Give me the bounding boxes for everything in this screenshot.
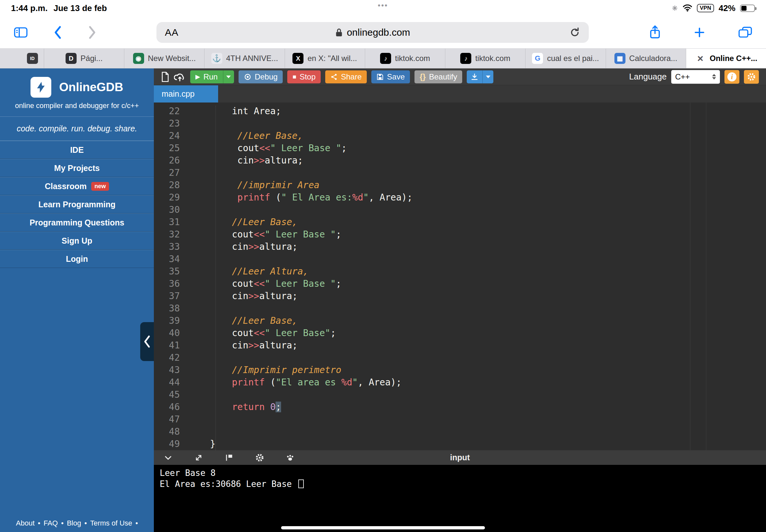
browser-tab[interactable]: ♪tiktok.com (365, 49, 445, 68)
sidebar-item-label: Classroom (45, 182, 87, 191)
share-export-icon[interactable] (649, 25, 661, 40)
code-line-30[interactable]: 30 (154, 204, 766, 216)
code-line-29[interactable]: 29 printf (" El Area es:%d", Area); (154, 191, 766, 204)
sidebar-item-ide[interactable]: IDE (0, 141, 154, 159)
footer-link-about[interactable]: About (16, 519, 35, 527)
url-text: onlinegdb.com (346, 27, 410, 38)
browser-tab[interactable]: Gcual es el pai... (526, 49, 606, 68)
footer-link-terms-of-use[interactable]: Terms of Use (90, 519, 132, 527)
footer-link-blog[interactable]: Blog (67, 519, 81, 527)
console-toolbar: input (154, 450, 766, 465)
close-icon[interactable]: × (695, 53, 706, 64)
paw-icon[interactable] (286, 453, 295, 462)
code-text (180, 204, 210, 216)
browser-tab[interactable]: ID (21, 49, 44, 68)
sidebar-item-classroom[interactable]: Classroomnew (0, 177, 154, 195)
browser-tab[interactable]: DPági... (44, 49, 124, 68)
run-options-caret[interactable] (223, 70, 234, 83)
console-cursor[interactable] (298, 479, 304, 488)
line-number: 48 (154, 426, 180, 438)
code-text: //Leer Altura, (180, 265, 308, 278)
dock-layout-icon[interactable] (225, 453, 234, 462)
code-line-45[interactable]: 45 (154, 389, 766, 401)
code-text: int Area; (180, 105, 281, 117)
download-button[interactable] (467, 70, 482, 83)
download-options-caret[interactable] (482, 70, 493, 83)
forward-icon[interactable] (88, 25, 97, 40)
code-line-39[interactable]: 39 //Leer Base, (154, 315, 766, 327)
code-line-24[interactable]: 24 //Leer Base, (154, 130, 766, 142)
run-button[interactable]: ▶ Run (190, 70, 223, 83)
browser-tab[interactable]: ♪tiktok.com (445, 49, 526, 68)
stop-button[interactable]: ■ Stop (287, 70, 321, 83)
share-button[interactable]: Share (325, 70, 367, 83)
language-label: Language (629, 72, 667, 82)
reload-icon[interactable] (569, 27, 580, 38)
code-line-40[interactable]: 40 cout<<" Leer Base"; (154, 327, 766, 339)
code-line-35[interactable]: 35 //Leer Altura, (154, 265, 766, 278)
expand-console-icon[interactable] (194, 453, 203, 462)
code-line-27[interactable]: 27 (154, 167, 766, 179)
code-line-42[interactable]: 42 (154, 352, 766, 364)
code-line-25[interactable]: 25 cout<<" Leer Base "; (154, 142, 766, 154)
code-line-44[interactable]: 44 printf ("El area es %d", Area); (154, 376, 766, 389)
sidebar-collapse-handle[interactable] (140, 322, 154, 361)
code-line-26[interactable]: 26 cin>>altura; (154, 154, 766, 167)
sidebar-item-programming-questions[interactable]: Programming Questions (0, 213, 154, 232)
browser-tab[interactable]: ▦Calculadora... (606, 49, 686, 68)
address-bar[interactable]: AA onlinegdb.com (156, 22, 589, 43)
browser-tab-active[interactable]: ×Online C++... (686, 49, 766, 68)
upload-icon[interactable] (174, 72, 186, 82)
browser-tab[interactable]: ⚓4TH ANNIVE... (204, 49, 285, 68)
code-line-41[interactable]: 41 cin>>altura; (154, 339, 766, 352)
code-line-22[interactable]: 22 int Area; (154, 105, 766, 117)
language-select[interactable]: C++ (671, 70, 720, 84)
line-number: 44 (154, 376, 180, 389)
code-line-49[interactable]: 49} (154, 438, 766, 450)
save-button[interactable]: Save (371, 70, 410, 83)
code-editor[interactable]: 22 int Area;2324 //Leer Base,25 cout<<" … (154, 103, 766, 450)
code-line-36[interactable]: 36 cout<<" Leer Base "; (154, 278, 766, 290)
home-indicator[interactable] (281, 526, 485, 529)
code-line-48[interactable]: 48 (154, 426, 766, 438)
code-text: cin>>altura; (180, 241, 298, 253)
tabs-overview-icon[interactable] (738, 26, 752, 39)
line-number: 27 (154, 167, 180, 179)
code-line-31[interactable]: 31 //Leer Base, (154, 216, 766, 228)
file-tab-main-cpp[interactable]: main.cpp (154, 85, 218, 103)
reader-button[interactable]: AA (165, 27, 178, 38)
stop-icon: ■ (292, 73, 296, 80)
code-line-37[interactable]: 37 cin>>altura; (154, 290, 766, 302)
sidebar-item-login[interactable]: Login (0, 250, 154, 268)
code-text (180, 389, 210, 401)
info-button[interactable]: i (724, 70, 739, 84)
sidebar-item-my-projects[interactable]: My Projects (0, 159, 154, 177)
debug-button[interactable]: Debug (238, 70, 283, 83)
back-icon[interactable] (53, 25, 62, 40)
code-line-28[interactable]: 28 //imprimir Area (154, 179, 766, 191)
editor-scrollbar-track[interactable] (706, 103, 706, 450)
settings-button[interactable] (744, 70, 759, 84)
console-output[interactable]: Leer Base 8El Area es:30686 Leer Base (154, 465, 766, 532)
beautify-button[interactable]: {} Beautify (415, 70, 462, 83)
code-line-43[interactable]: 43 //Imprimir perimetro (154, 364, 766, 376)
new-tab-icon[interactable] (693, 26, 706, 39)
code-line-33[interactable]: 33 cin>>altura; (154, 241, 766, 253)
console-settings-gear-icon[interactable] (255, 453, 264, 462)
code-line-23[interactable]: 23 (154, 117, 766, 130)
sidebar-item-sign-up[interactable]: Sign Up (0, 232, 154, 250)
browser-tab[interactable]: ◉New Websit... (124, 49, 204, 68)
code-line-32[interactable]: 32 cout<<" Leer Base "; (154, 228, 766, 241)
code-line-38[interactable]: 38 (154, 302, 766, 315)
code-line-34[interactable]: 34 (154, 253, 766, 265)
collapse-console-icon[interactable] (164, 453, 173, 462)
new-file-icon[interactable] (161, 72, 169, 82)
sidebar-item-learn-programming[interactable]: Learn Programming (0, 195, 154, 213)
code-line-46[interactable]: 46 return 0; (154, 401, 766, 413)
footer-link-faq[interactable]: FAQ (43, 519, 58, 527)
browser-tab[interactable]: Xen X: "All wil... (285, 49, 365, 68)
code-text (180, 302, 210, 315)
sidebar-toggle-icon[interactable] (14, 26, 28, 39)
brand[interactable]: OnlineGDB (0, 68, 154, 100)
code-line-47[interactable]: 47 (154, 413, 766, 426)
